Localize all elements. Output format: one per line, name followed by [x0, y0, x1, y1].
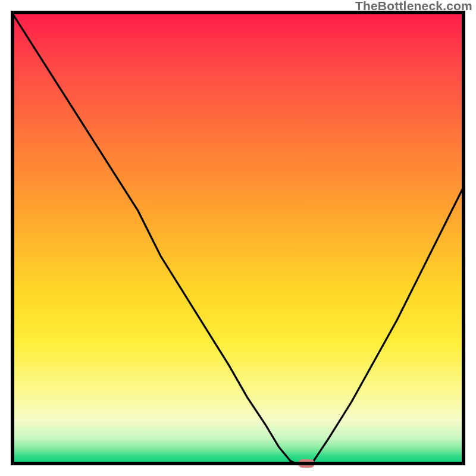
bottleneck-chart: TheBottleneck.com — [0, 0, 476, 476]
watermark-text: TheBottleneck.com — [355, 0, 472, 13]
plot-gradient-background — [11, 11, 465, 465]
optimum-marker — [298, 459, 315, 468]
